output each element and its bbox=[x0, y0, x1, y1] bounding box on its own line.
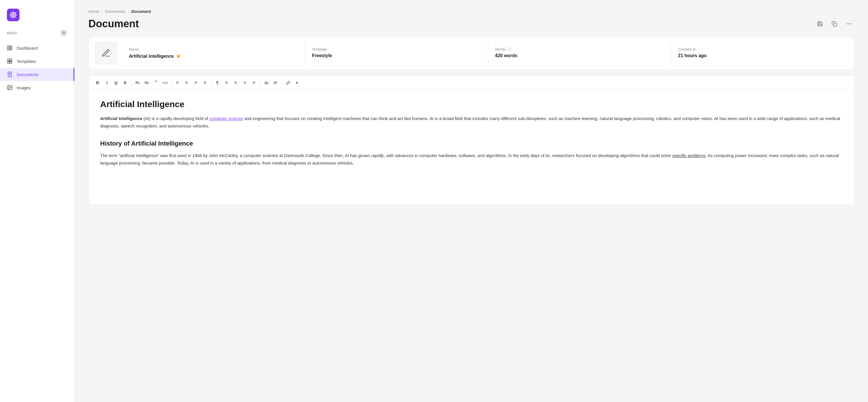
toolbar-indent-left[interactable]: ≡ bbox=[191, 79, 200, 87]
info-field-words-value: 420 words bbox=[495, 53, 664, 58]
words-info-icon: i bbox=[507, 47, 511, 51]
breadcrumb: Home › Documents › Document bbox=[88, 9, 854, 14]
doc-para2-italic: rapidly bbox=[371, 153, 384, 158]
info-card-icon bbox=[94, 42, 117, 65]
toolbar-bold[interactable]: B bbox=[93, 79, 102, 87]
svg-point-19 bbox=[848, 24, 849, 24]
menu-label: MENU bbox=[0, 27, 74, 39]
app-logo[interactable] bbox=[7, 9, 20, 21]
toolbar-italic[interactable]: I bbox=[102, 79, 111, 87]
info-field-template: Template Freestyle bbox=[305, 41, 488, 65]
toolbar-ordered-list[interactable]: ≡ bbox=[173, 79, 182, 87]
svg-rect-3 bbox=[8, 46, 9, 48]
info-field-name: Name Artificial intelligence ★ bbox=[122, 41, 305, 65]
toolbar-align-center[interactable]: ≡ bbox=[231, 79, 240, 87]
copy-icon bbox=[832, 21, 837, 27]
doc-para2-mid: , with advances in computer hardware, so… bbox=[384, 153, 672, 158]
toolbar-code[interactable]: </> bbox=[161, 79, 169, 87]
doc-heading-1: Artificial Intelligence bbox=[100, 99, 842, 109]
link-icon bbox=[286, 81, 290, 85]
svg-point-2 bbox=[63, 32, 64, 33]
svg-rect-6 bbox=[10, 49, 12, 50]
sidebar-item-images[interactable]: Images bbox=[0, 81, 74, 94]
toolbar-blockquote[interactable]: " bbox=[152, 79, 160, 87]
user-avatar[interactable] bbox=[60, 29, 67, 37]
doc-heading-2: History of Artificial Intelligence bbox=[100, 140, 842, 147]
more-options-button[interactable] bbox=[843, 19, 854, 29]
doc-bold-ai: Artificial Intelligence bbox=[100, 116, 143, 121]
page-actions bbox=[815, 19, 854, 29]
toolbar-h1[interactable]: H₁ bbox=[133, 79, 142, 87]
toolbar-strikethrough[interactable]: S bbox=[121, 79, 129, 87]
svg-point-0 bbox=[12, 14, 14, 16]
copy-button[interactable] bbox=[829, 19, 840, 29]
doc-paragraph-1: Artificial Intelligence (AI) is a rapidl… bbox=[100, 115, 842, 129]
toolbar-align-left[interactable]: ≡ bbox=[222, 79, 231, 87]
svg-point-20 bbox=[850, 24, 851, 24]
toolbar-indent-right[interactable]: ≡ bbox=[200, 79, 209, 87]
toolbar-link[interactable] bbox=[284, 79, 292, 87]
sidebar: MENU Dashboard Templates Document bbox=[0, 0, 74, 402]
dashboard-icon bbox=[7, 45, 12, 51]
toolbar-subscript[interactable]: X₂ bbox=[262, 79, 271, 87]
sidebar-item-images-label: Images bbox=[17, 85, 31, 90]
toolbar-sep-4 bbox=[260, 80, 260, 86]
toolbar-clear-format[interactable]: Ix bbox=[293, 79, 301, 87]
svg-rect-4 bbox=[10, 46, 12, 48]
svg-point-18 bbox=[847, 24, 847, 24]
breadcrumb-home[interactable]: Home bbox=[88, 9, 99, 14]
info-fields: Name Artificial intelligence ★ Template … bbox=[122, 41, 854, 65]
toolbar-sep-2 bbox=[171, 80, 172, 86]
breadcrumb-sep-2: › bbox=[128, 9, 129, 14]
doc-paragraph-2: The term "artificial intelligence" was f… bbox=[100, 152, 842, 166]
svg-point-16 bbox=[9, 86, 9, 87]
svg-rect-7 bbox=[8, 59, 10, 61]
toolbar-unordered-list[interactable]: ≡ bbox=[182, 79, 191, 87]
main-content: Home › Documents › Document Document bbox=[74, 0, 868, 402]
toolbar-sep-1 bbox=[131, 80, 131, 86]
toolbar-underline[interactable]: U bbox=[112, 79, 120, 87]
documents-icon bbox=[7, 71, 12, 77]
images-icon bbox=[7, 85, 12, 90]
toolbar-align-justify[interactable]: ≡ bbox=[250, 79, 258, 87]
editor-toolbar: B I U S H₁ H₂ " </> ≡ ≡ ≡ ≡ ¶ ≡ ≡ ≡ ≡ X₂… bbox=[88, 75, 854, 90]
sidebar-item-dashboard[interactable]: Dashboard bbox=[0, 41, 74, 55]
sidebar-logo bbox=[0, 6, 74, 27]
favorite-star[interactable]: ★ bbox=[176, 53, 181, 59]
doc-link-cs[interactable]: computer science bbox=[209, 116, 243, 121]
svg-rect-9 bbox=[8, 61, 10, 63]
info-field-created-value: 21 hours ago bbox=[678, 53, 847, 58]
svg-point-1 bbox=[11, 12, 15, 17]
sidebar-item-documents-label: Documents bbox=[17, 72, 38, 77]
sidebar-item-templates[interactable]: Templates bbox=[0, 55, 74, 68]
save-document-button[interactable] bbox=[815, 19, 826, 29]
info-field-name-value: Artificial intelligence ★ bbox=[129, 53, 298, 59]
templates-icon bbox=[7, 58, 12, 64]
toolbar-h2[interactable]: H₂ bbox=[143, 79, 151, 87]
svg-rect-17 bbox=[834, 23, 837, 26]
info-field-template-label: Template bbox=[312, 47, 481, 52]
breadcrumb-current: Document bbox=[131, 9, 151, 14]
sidebar-nav: Dashboard Templates Documents Images bbox=[0, 39, 74, 96]
doc-para2-start: The term "artificial intelligence" was f… bbox=[100, 153, 371, 158]
editor-content[interactable]: Artificial Intelligence Artificial Intel… bbox=[88, 90, 854, 205]
info-field-created-label: Created at bbox=[678, 47, 847, 52]
toolbar-align-right[interactable]: ≡ bbox=[241, 79, 249, 87]
page-header: Document bbox=[88, 18, 854, 30]
breadcrumb-documents[interactable]: Documents bbox=[105, 9, 125, 14]
svg-rect-8 bbox=[10, 59, 12, 61]
svg-rect-10 bbox=[10, 61, 12, 63]
info-card: Name Artificial intelligence ★ Template … bbox=[88, 37, 854, 69]
info-field-template-value: Freestyle bbox=[312, 53, 481, 58]
info-field-words: Words i 420 words bbox=[488, 41, 671, 65]
info-field-name-label: Name bbox=[129, 47, 298, 52]
toolbar-superscript[interactable]: X² bbox=[271, 79, 280, 87]
svg-rect-5 bbox=[8, 49, 9, 50]
toolbar-sep-3 bbox=[211, 80, 211, 86]
sidebar-item-dashboard-label: Dashboard bbox=[17, 45, 38, 51]
sidebar-item-documents[interactable]: Documents bbox=[0, 68, 74, 81]
sidebar-item-templates-label: Templates bbox=[17, 59, 36, 64]
toolbar-paragraph[interactable]: ¶ bbox=[213, 79, 222, 87]
save-icon bbox=[817, 21, 823, 27]
more-options-icon bbox=[846, 21, 851, 27]
